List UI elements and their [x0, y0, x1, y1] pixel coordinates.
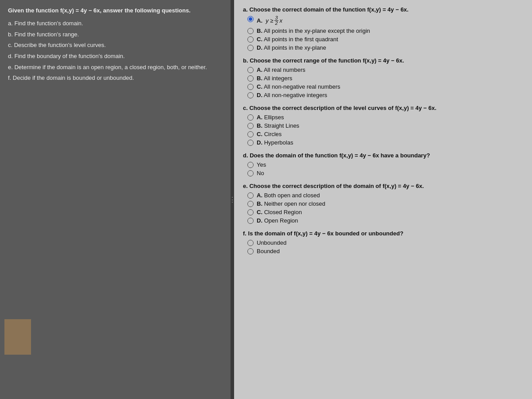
- decorative-block: [4, 319, 31, 355]
- section-f-title: f. Is the domain of f(x,y) = 4y − 6x bou…: [243, 230, 523, 237]
- section-a-option-B[interactable]: B. All points in the xy-plane except the…: [243, 27, 523, 34]
- option-b-D-label: D. All non-negative integers: [257, 92, 327, 98]
- radio-a-A[interactable]: [247, 16, 254, 22]
- radio-b-B[interactable]: [247, 75, 254, 82]
- section-c-title: c. Choose the correct description of the…: [243, 105, 523, 111]
- question-list-item-e: e. Determine if the domain is an open re…: [8, 62, 223, 73]
- radio-a-D[interactable]: [247, 45, 254, 51]
- left-panel: Given the function f(x,y) = 4y − 6x, ans…: [0, 0, 231, 399]
- section-b-option-D[interactable]: D. All non-negative integers: [243, 92, 523, 98]
- section-f-option-unbounded[interactable]: Unbounded: [243, 239, 523, 246]
- radio-e-B[interactable]: [247, 201, 254, 207]
- section-b-option-B[interactable]: B. All integers: [243, 75, 523, 82]
- question-list-item-b: b. Find the function's range.: [8, 29, 223, 40]
- option-b-A-label: A. All real numbers: [257, 66, 305, 73]
- section-e-option-D[interactable]: D. Open Region: [243, 217, 523, 224]
- option-f-unbounded-label: Unbounded: [257, 239, 286, 246]
- question-list-item-d: d. Find the boundary of the function's d…: [8, 51, 223, 62]
- option-e-A-label: A. Both open and closed: [257, 192, 320, 199]
- section-c-option-B[interactable]: B. Straight Lines: [243, 122, 523, 129]
- section-b-option-A[interactable]: A. All real numbers: [243, 66, 523, 73]
- option-f-bounded-label: Bounded: [257, 248, 280, 254]
- option-b-C-label: C. All non-negative real numbers: [257, 83, 340, 90]
- radio-a-B[interactable]: [247, 28, 254, 34]
- option-c-D-label: D. Hyperbolas: [257, 139, 293, 146]
- radio-c-C[interactable]: [247, 131, 254, 137]
- section-c-option-C[interactable]: C. Circles: [243, 131, 523, 137]
- section-b-option-C[interactable]: C. All non-negative real numbers: [243, 83, 523, 90]
- option-e-D-label: D. Open Region: [257, 217, 298, 224]
- question-list-item-a: a. Find the function's domain.: [8, 18, 223, 29]
- section-d-option-yes[interactable]: Yes: [243, 161, 523, 168]
- question-list-item-c: c. Describe the function's level curves.: [8, 40, 223, 51]
- option-b-B-label: B. All integers: [257, 75, 292, 82]
- intro-text: Given the function f(x,y) = 4y − 6x, ans…: [8, 7, 223, 14]
- section-a-title: a. Choose the correct domain of the func…: [243, 6, 523, 13]
- section-c: c. Choose the correct description of the…: [243, 105, 523, 146]
- option-a-C-label: C. All points in the first quadrant: [257, 36, 338, 43]
- radio-e-A[interactable]: [247, 192, 254, 199]
- panel-divider[interactable]: [231, 0, 234, 399]
- section-a-option-A[interactable]: A. y ≥ 32x: [243, 16, 523, 26]
- radio-c-A[interactable]: [247, 114, 254, 121]
- option-a-A-label: A. y ≥ 32x: [257, 16, 282, 26]
- question-list-item-f: f. Decide if the domain is bounded or un…: [8, 73, 223, 84]
- radio-e-D[interactable]: [247, 218, 254, 224]
- option-c-A-label: A. Ellipses: [257, 114, 284, 121]
- section-b-title: b. Choose the correct range of the funct…: [243, 57, 523, 64]
- right-panel: a. Choose the correct domain of the func…: [234, 0, 532, 399]
- section-c-option-A[interactable]: A. Ellipses: [243, 114, 523, 121]
- radio-c-D[interactable]: [247, 140, 254, 146]
- section-b: b. Choose the correct range of the funct…: [243, 57, 523, 98]
- radio-b-D[interactable]: [247, 92, 254, 98]
- section-e-option-A[interactable]: A. Both open and closed: [243, 192, 523, 199]
- section-d-title: d. Does the domain of the function f(x,y…: [243, 152, 523, 159]
- section-d-option-no[interactable]: No: [243, 170, 523, 176]
- radio-f-unbounded[interactable]: [247, 240, 254, 246]
- option-e-C-label: C. Closed Region: [257, 209, 302, 215]
- radio-b-C[interactable]: [247, 84, 254, 90]
- option-c-C-label: C. Circles: [257, 131, 282, 137]
- option-a-D-label: D. All points in the xy-plane: [257, 44, 326, 51]
- section-e-title: e. Choose the correct description of the…: [243, 183, 523, 189]
- radio-e-C[interactable]: [247, 209, 254, 215]
- radio-a-C[interactable]: [247, 36, 254, 43]
- radio-d-no[interactable]: [247, 170, 254, 176]
- section-c-option-D[interactable]: D. Hyperbolas: [243, 139, 523, 146]
- option-d-yes-label: Yes: [257, 161, 266, 168]
- radio-d-yes[interactable]: [247, 162, 254, 168]
- section-d: d. Does the domain of the function f(x,y…: [243, 152, 523, 176]
- radio-b-A[interactable]: [247, 67, 254, 73]
- option-d-no-label: No: [257, 170, 264, 176]
- radio-c-B[interactable]: [247, 123, 254, 129]
- option-e-B-label: B. Neither open nor closed: [257, 200, 325, 207]
- option-c-B-label: B. Straight Lines: [257, 122, 299, 129]
- section-e-option-C[interactable]: C. Closed Region: [243, 209, 523, 215]
- section-a-option-C[interactable]: C. All points in the first quadrant: [243, 36, 523, 43]
- question-list: a. Find the function's domain. b. Find t…: [8, 18, 223, 84]
- section-e: e. Choose the correct description of the…: [243, 183, 523, 224]
- section-f: f. Is the domain of f(x,y) = 4y − 6x bou…: [243, 230, 523, 254]
- section-a-option-D[interactable]: D. All points in the xy-plane: [243, 44, 523, 51]
- section-e-option-B[interactable]: B. Neither open nor closed: [243, 200, 523, 207]
- option-a-B-label: B. All points in the xy-plane except the…: [257, 27, 370, 34]
- section-f-option-bounded[interactable]: Bounded: [243, 248, 523, 254]
- section-a: a. Choose the correct domain of the func…: [243, 6, 523, 51]
- math-expr-a: y ≥ 32x: [266, 16, 282, 26]
- radio-f-bounded[interactable]: [247, 248, 254, 254]
